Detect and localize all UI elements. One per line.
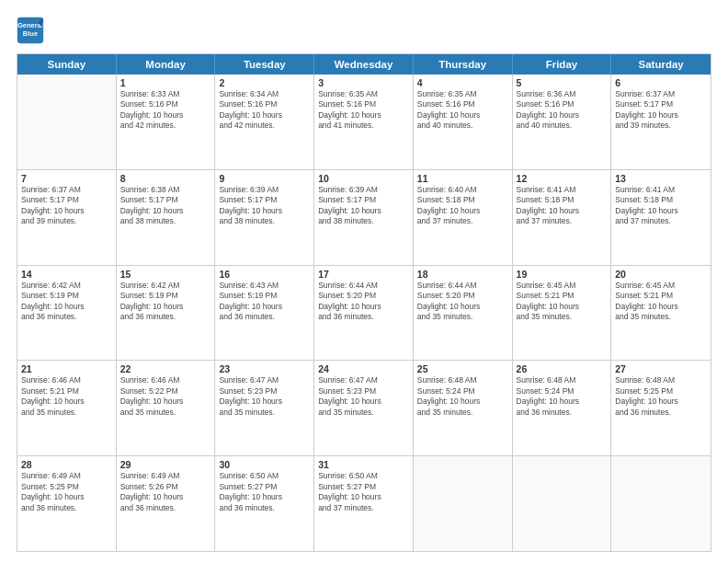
sunrise-text: Sunrise: 6:36 AM bbox=[517, 89, 608, 99]
calendar-cell: 27Sunrise: 6:48 AMSunset: 5:25 PMDayligh… bbox=[611, 361, 711, 455]
calendar-cell: 11Sunrise: 6:40 AMSunset: 5:18 PMDayligh… bbox=[414, 170, 513, 265]
calendar-row: 21Sunrise: 6:46 AMSunset: 5:21 PMDayligh… bbox=[17, 361, 711, 456]
calendar-cell: 8Sunrise: 6:38 AMSunset: 5:17 PMDaylight… bbox=[117, 170, 216, 265]
sunset-text: Sunset: 5:27 PM bbox=[219, 482, 310, 492]
day-number: 18 bbox=[417, 269, 508, 280]
sunrise-text: Sunrise: 6:44 AM bbox=[318, 281, 409, 291]
calendar-row: 28Sunrise: 6:49 AMSunset: 5:25 PMDayligh… bbox=[17, 456, 711, 551]
daylight-text: and 42 minutes. bbox=[219, 121, 310, 131]
daylight-text: Daylight: 10 hours bbox=[120, 206, 211, 216]
sunrise-text: Sunrise: 6:48 AM bbox=[615, 375, 707, 385]
daylight-text: Daylight: 10 hours bbox=[120, 110, 211, 121]
day-number: 4 bbox=[417, 77, 508, 88]
daylight-text: and 37 minutes. bbox=[615, 216, 707, 226]
calendar-cell: 14Sunrise: 6:42 AMSunset: 5:19 PMDayligh… bbox=[17, 266, 117, 361]
daylight-text: Daylight: 10 hours bbox=[615, 396, 707, 407]
sunset-text: Sunset: 5:16 PM bbox=[318, 99, 409, 109]
daylight-text: and 35 minutes. bbox=[219, 408, 310, 418]
calendar-cell: 28Sunrise: 6:49 AMSunset: 5:25 PMDayligh… bbox=[17, 456, 117, 551]
daylight-text: and 35 minutes. bbox=[517, 312, 608, 322]
daylight-text: and 37 minutes. bbox=[517, 216, 608, 226]
sunset-text: Sunset: 5:18 PM bbox=[615, 195, 707, 205]
sunrise-text: Sunrise: 6:49 AM bbox=[21, 471, 112, 481]
calendar-cell: 18Sunrise: 6:44 AMSunset: 5:20 PMDayligh… bbox=[414, 266, 513, 361]
day-number: 16 bbox=[219, 269, 310, 280]
daylight-text: and 35 minutes. bbox=[417, 312, 508, 322]
sunset-text: Sunset: 5:17 PM bbox=[120, 195, 211, 205]
sunrise-text: Sunrise: 6:48 AM bbox=[417, 375, 508, 385]
sunset-text: Sunset: 5:18 PM bbox=[517, 195, 608, 205]
sunrise-text: Sunrise: 6:33 AM bbox=[120, 89, 211, 99]
day-number: 3 bbox=[318, 77, 409, 88]
calendar-cell: 30Sunrise: 6:50 AMSunset: 5:27 PMDayligh… bbox=[215, 456, 314, 551]
svg-text:Blue: Blue bbox=[23, 29, 38, 38]
sunset-text: Sunset: 5:25 PM bbox=[615, 386, 707, 396]
sunrise-text: Sunrise: 6:46 AM bbox=[21, 375, 112, 385]
day-number: 12 bbox=[517, 173, 608, 184]
daylight-text: Daylight: 10 hours bbox=[417, 302, 508, 312]
sunset-text: Sunset: 5:19 PM bbox=[219, 291, 310, 301]
daylight-text: Daylight: 10 hours bbox=[219, 492, 310, 502]
sunset-text: Sunset: 5:16 PM bbox=[219, 99, 310, 109]
day-number: 14 bbox=[21, 269, 112, 280]
calendar-row: 14Sunrise: 6:42 AMSunset: 5:19 PMDayligh… bbox=[17, 266, 711, 362]
calendar-cell: 20Sunrise: 6:45 AMSunset: 5:21 PMDayligh… bbox=[611, 266, 711, 361]
calendar-cell bbox=[414, 456, 513, 551]
daylight-text: Daylight: 10 hours bbox=[417, 206, 508, 216]
daylight-text: and 40 minutes. bbox=[417, 121, 508, 131]
calendar-cell: 17Sunrise: 6:44 AMSunset: 5:20 PMDayligh… bbox=[314, 266, 414, 361]
calendar-cell: 10Sunrise: 6:39 AMSunset: 5:17 PMDayligh… bbox=[314, 170, 414, 265]
calendar-cell: 1Sunrise: 6:33 AMSunset: 5:16 PMDaylight… bbox=[117, 75, 216, 169]
sunset-text: Sunset: 5:26 PM bbox=[120, 482, 211, 492]
day-number: 15 bbox=[120, 269, 211, 280]
day-number: 10 bbox=[318, 173, 409, 184]
daylight-text: and 41 minutes. bbox=[318, 121, 409, 131]
calendar-cell: 5Sunrise: 6:36 AMSunset: 5:16 PMDaylight… bbox=[513, 75, 612, 169]
weekday-header: Saturday bbox=[611, 54, 711, 75]
sunrise-text: Sunrise: 6:46 AM bbox=[120, 375, 211, 385]
sunrise-text: Sunrise: 6:41 AM bbox=[517, 185, 608, 195]
day-number: 11 bbox=[417, 173, 508, 184]
sunset-text: Sunset: 5:27 PM bbox=[318, 482, 409, 492]
sunset-text: Sunset: 5:20 PM bbox=[318, 291, 409, 301]
daylight-text: Daylight: 10 hours bbox=[21, 492, 112, 502]
daylight-text: and 35 minutes. bbox=[120, 408, 211, 418]
calendar-body: 1Sunrise: 6:33 AMSunset: 5:16 PMDaylight… bbox=[17, 75, 711, 551]
calendar-row: 7Sunrise: 6:37 AMSunset: 5:17 PMDaylight… bbox=[17, 170, 711, 266]
calendar-cell: 12Sunrise: 6:41 AMSunset: 5:18 PMDayligh… bbox=[513, 170, 612, 265]
sunrise-text: Sunrise: 6:37 AM bbox=[21, 185, 112, 195]
sunset-text: Sunset: 5:16 PM bbox=[120, 99, 211, 109]
daylight-text: and 35 minutes. bbox=[615, 312, 707, 322]
day-number: 9 bbox=[219, 173, 310, 184]
logo-icon: General Blue bbox=[17, 17, 44, 44]
day-number: 25 bbox=[417, 363, 508, 374]
day-number: 31 bbox=[318, 459, 409, 470]
daylight-text: Daylight: 10 hours bbox=[517, 110, 608, 121]
day-number: 28 bbox=[21, 459, 112, 470]
day-number: 30 bbox=[219, 459, 310, 470]
sunset-text: Sunset: 5:25 PM bbox=[21, 482, 112, 492]
daylight-text: and 35 minutes. bbox=[318, 408, 409, 418]
sunset-text: Sunset: 5:16 PM bbox=[417, 99, 508, 109]
daylight-text: Daylight: 10 hours bbox=[517, 302, 608, 312]
sunset-text: Sunset: 5:21 PM bbox=[21, 386, 112, 396]
weekday-header: Wednesday bbox=[314, 54, 414, 75]
sunrise-text: Sunrise: 6:34 AM bbox=[219, 89, 310, 99]
header: General Blue bbox=[17, 17, 711, 44]
calendar-cell: 24Sunrise: 6:47 AMSunset: 5:23 PMDayligh… bbox=[314, 361, 414, 455]
daylight-text: Daylight: 10 hours bbox=[219, 110, 310, 121]
day-number: 5 bbox=[517, 77, 608, 88]
daylight-text: Daylight: 10 hours bbox=[517, 396, 608, 407]
daylight-text: Daylight: 10 hours bbox=[615, 110, 707, 121]
calendar-cell: 29Sunrise: 6:49 AMSunset: 5:26 PMDayligh… bbox=[117, 456, 216, 551]
day-number: 19 bbox=[517, 269, 608, 280]
sunrise-text: Sunrise: 6:45 AM bbox=[517, 281, 608, 291]
daylight-text: and 36 minutes. bbox=[318, 312, 409, 322]
daylight-text: Daylight: 10 hours bbox=[21, 206, 112, 216]
day-number: 2 bbox=[219, 77, 310, 88]
daylight-text: Daylight: 10 hours bbox=[417, 396, 508, 407]
sunrise-text: Sunrise: 6:39 AM bbox=[318, 185, 409, 195]
sunrise-text: Sunrise: 6:50 AM bbox=[318, 471, 409, 481]
calendar-cell: 7Sunrise: 6:37 AMSunset: 5:17 PMDaylight… bbox=[17, 170, 117, 265]
calendar-cell: 23Sunrise: 6:47 AMSunset: 5:23 PMDayligh… bbox=[215, 361, 314, 455]
